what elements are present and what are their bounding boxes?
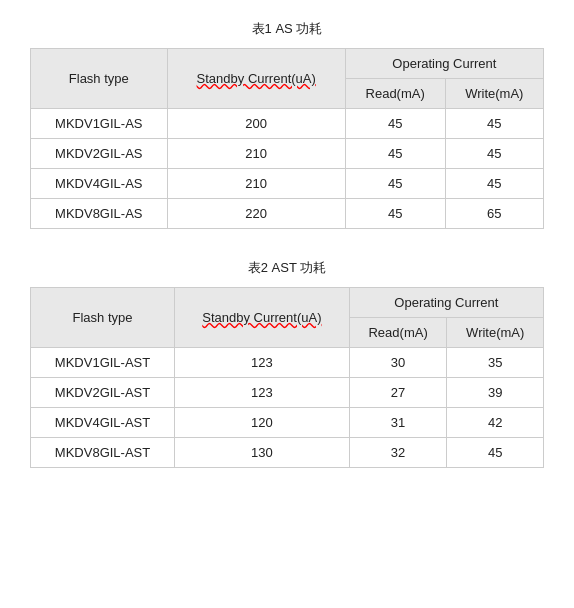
- table-row: MKDV1GIL-AS 200 45 45: [31, 109, 544, 139]
- table1-header-read: Read(mA): [345, 79, 445, 109]
- flash-type-cell: MKDV2GIL-AS: [31, 139, 168, 169]
- table2-header-read: Read(mA): [349, 318, 447, 348]
- write-cell: 42: [447, 408, 544, 438]
- table-row: MKDV1GIL-AST 123 30 35: [31, 348, 544, 378]
- standby-cell: 130: [175, 438, 350, 468]
- table1-header-flash: Flash type: [31, 49, 168, 109]
- standby-cell: 210: [167, 169, 345, 199]
- table2-title: 表2 AST 功耗: [30, 259, 544, 277]
- table2-header-write: Write(mA): [447, 318, 544, 348]
- write-cell: 65: [445, 199, 543, 229]
- table-row: MKDV2GIL-AST 123 27 39: [31, 378, 544, 408]
- standby-cell: 200: [167, 109, 345, 139]
- write-cell: 45: [445, 139, 543, 169]
- standby-cell: 123: [175, 378, 350, 408]
- flash-type-cell: MKDV8GIL-AS: [31, 199, 168, 229]
- write-cell: 45: [447, 438, 544, 468]
- table2-header-operating: Operating Current: [349, 288, 543, 318]
- table1-header-standby: Standby Current(uA): [167, 49, 345, 109]
- table-row: MKDV8GIL-AST 130 32 45: [31, 438, 544, 468]
- read-cell: 45: [345, 109, 445, 139]
- flash-type-cell: MKDV2GIL-AST: [31, 378, 175, 408]
- flash-type-cell: MKDV8GIL-AST: [31, 438, 175, 468]
- read-cell: 31: [349, 408, 447, 438]
- write-cell: 45: [445, 109, 543, 139]
- table1-header-write: Write(mA): [445, 79, 543, 109]
- read-cell: 45: [345, 139, 445, 169]
- read-cell: 27: [349, 378, 447, 408]
- read-cell: 45: [345, 169, 445, 199]
- table2-header-standby: Standby Current(uA): [175, 288, 350, 348]
- table2: Flash type Standby Current(uA) Operating…: [30, 287, 544, 468]
- write-cell: 45: [445, 169, 543, 199]
- table-row: MKDV4GIL-AS 210 45 45: [31, 169, 544, 199]
- table-row: MKDV4GIL-AST 120 31 42: [31, 408, 544, 438]
- flash-type-cell: MKDV4GIL-AS: [31, 169, 168, 199]
- flash-type-cell: MKDV1GIL-AST: [31, 348, 175, 378]
- table1: Flash type Standby Current(uA) Operating…: [30, 48, 544, 229]
- table1-title: 表1 AS 功耗: [30, 20, 544, 38]
- write-cell: 35: [447, 348, 544, 378]
- standby-cell: 123: [175, 348, 350, 378]
- flash-type-cell: MKDV1GIL-AS: [31, 109, 168, 139]
- read-cell: 32: [349, 438, 447, 468]
- table-row: MKDV2GIL-AS 210 45 45: [31, 139, 544, 169]
- standby-cell: 210: [167, 139, 345, 169]
- write-cell: 39: [447, 378, 544, 408]
- table1-header-operating: Operating Current: [345, 49, 543, 79]
- table2-header-flash: Flash type: [31, 288, 175, 348]
- table-row: MKDV8GIL-AS 220 45 65: [31, 199, 544, 229]
- standby-cell: 220: [167, 199, 345, 229]
- flash-type-cell: MKDV4GIL-AST: [31, 408, 175, 438]
- read-cell: 30: [349, 348, 447, 378]
- read-cell: 45: [345, 199, 445, 229]
- standby-cell: 120: [175, 408, 350, 438]
